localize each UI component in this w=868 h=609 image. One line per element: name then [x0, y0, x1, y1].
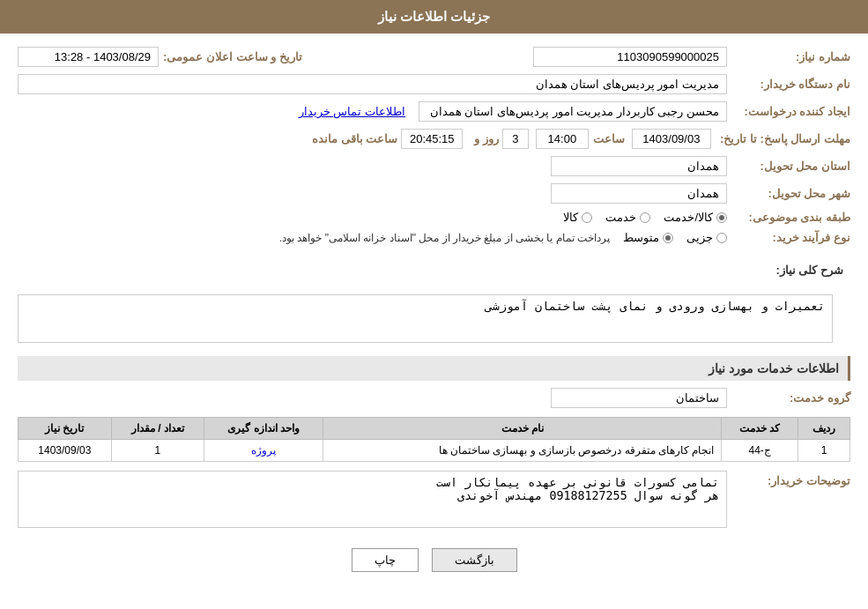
dastgah-value: مدیریت امور پردیس‌های استان همدان: [18, 74, 727, 94]
radio-kala-khadamat-label: کالا/خدمت: [664, 211, 713, 224]
sharh-textarea[interactable]: [18, 294, 833, 343]
services-table: ردیف کد خدمت نام خدمت واحد اندازه گیری ت…: [18, 417, 850, 462]
row-tabaqe: طبقه بندی موضوعی: کالا/خدمت خدمت کالا: [18, 211, 850, 224]
mohlat-label: مهلت ارسال پاسخ: تا تاریخ:: [711, 132, 850, 145]
table-row: 1 ج-44 انجام کارهای متفرقه درخصوص بازساز…: [19, 440, 850, 462]
buttons-row: بازگشت چاپ: [18, 548, 850, 585]
ijad-value: محسن رجبی کاربردار مدیریت امور پردیس‌های…: [419, 101, 727, 122]
shomara-label: شماره نیاز:: [727, 50, 850, 63]
shahr-label: شهر محل تحویل:: [727, 187, 850, 200]
row-sharh: شرح کلی نیاز:: [18, 251, 850, 287]
services-section-title: اطلاعات خدمات مورد نیاز: [18, 356, 850, 381]
row-tozihat: توضیحات خریدار:: [18, 471, 850, 531]
rooz-label: روز و: [474, 132, 499, 145]
tabaqe-label: طبقه بندی موضوعی:: [727, 211, 850, 224]
radio-kala: کالا: [563, 211, 592, 224]
radio-khadamat-label: خدمت: [605, 211, 636, 224]
radio-kala-khadamat-circle: [716, 212, 727, 223]
sharh-label: شرح کلی نیاز:: [768, 260, 850, 280]
page-header: جزئیات اطلاعات نیاز: [0, 0, 868, 33]
row-goroh: گروه خدمت: ساختمان: [18, 388, 850, 408]
mohlat-rooz: 3: [502, 129, 529, 149]
radio-khadamat: خدمت: [605, 211, 650, 224]
ostan-label: استان محل تحویل:: [727, 160, 850, 173]
main-content: شماره نیاز: 1103090599000025 تاریخ و ساع…: [0, 33, 868, 598]
row-ijad: ایجاد کننده درخواست: محسن رجبی کاربردار …: [18, 101, 850, 122]
shomara-value: 1103090599000025: [533, 47, 727, 67]
tozihat-textarea[interactable]: [18, 471, 727, 528]
col-date: تاریخ نیاز: [19, 418, 112, 440]
radio-kala-circle: [582, 212, 592, 223]
cell-count: 1: [111, 440, 204, 462]
mohlat-saat: 14:00: [536, 129, 589, 149]
row-dastgah: نام دستگاه خریدار: مدیریت امور پردیس‌های…: [18, 74, 850, 94]
cell-unit: پروژه: [204, 440, 323, 462]
noekharid-label: نوع فرآیند خرید:: [727, 231, 850, 244]
row-shahr: شهر محل تحویل: همدان: [18, 183, 850, 204]
col-radif: ردیف: [798, 418, 850, 440]
col-code: کد خدمت: [722, 418, 798, 440]
tabaqe-radio-group: کالا/خدمت خدمت کالا: [563, 211, 727, 224]
shahr-value: همدان: [551, 183, 727, 204]
radio-motavaset-label: متوسط: [623, 231, 659, 244]
col-count: تعداد / مقدار: [111, 418, 204, 440]
table-header-row: ردیف کد خدمت نام خدمت واحد اندازه گیری ت…: [19, 418, 850, 440]
radio-motavaset: متوسط: [623, 231, 673, 244]
cell-radif: 1: [798, 440, 850, 462]
radio-kala-label: کالا: [563, 211, 578, 224]
mohlat-date: 1403/09/03: [632, 129, 711, 149]
tozihat-label: توضیحات خریدار:: [727, 471, 850, 487]
noekharid-note: پرداخت تمام یا بخشی از مبلغ خریدار از مح…: [279, 232, 610, 244]
radio-khadamat-circle: [640, 212, 650, 223]
cell-date: 1403/09/03: [19, 440, 112, 462]
col-name: نام خدمت: [323, 418, 722, 440]
radio-jozvi-label: جزیی: [686, 231, 713, 244]
row-noekharid: نوع فرآیند خرید: جزیی متوسط پرداخت تمام …: [18, 231, 850, 244]
print-button[interactable]: چاپ: [352, 548, 419, 572]
tarikhElan-label: تاریخ و ساعت اعلان عمومی:: [163, 50, 302, 63]
back-button[interactable]: بازگشت: [432, 548, 517, 572]
sharh-container: document.addEventListener('DOMContentLoa…: [18, 294, 850, 345]
tarikhElan-value: 1403/08/29 - 13:28: [18, 47, 159, 67]
goroh-value: ساختمان: [551, 388, 727, 408]
radio-kala-khadamat: کالا/خدمت: [664, 211, 727, 224]
services-table-section: ردیف کد خدمت نام خدمت واحد اندازه گیری ت…: [18, 417, 850, 462]
radio-jozvi: جزیی: [686, 231, 727, 244]
page-title: جزئیات اطلاعات نیاز: [378, 9, 490, 24]
row-shomara: شماره نیاز: 1103090599000025 تاریخ و ساع…: [18, 47, 850, 67]
col-unit: واحد اندازه گیری: [204, 418, 323, 440]
cell-code: ج-44: [722, 440, 798, 462]
dastgah-label: نام دستگاه خریدار:: [727, 78, 850, 91]
noekharid-radio-group: جزیی متوسط پرداخت تمام یا بخشی از مبلغ خ…: [279, 231, 727, 244]
contact-link[interactable]: اطلاعات تماس خریدار: [299, 105, 405, 118]
row-mohlat: مهلت ارسال پاسخ: تا تاریخ: 1403/09/03 سا…: [18, 129, 850, 149]
cell-name: انجام کارهای متفرقه درخصوص بازسازی و بهس…: [323, 440, 722, 462]
radio-jozvi-circle: [716, 233, 727, 243]
radio-motavaset-circle: [663, 233, 673, 243]
baqi-label: ساعت باقی مانده: [312, 132, 397, 145]
ostan-value: همدان: [551, 156, 727, 176]
ijad-label: ایجاد کننده درخواست:: [727, 105, 850, 118]
row-ostan: استان محل تحویل: همدان: [18, 156, 850, 176]
saat-label: ساعت: [593, 132, 625, 145]
mohlat-baqi: 20:45:15: [401, 129, 463, 149]
tozihat-container: [18, 471, 727, 531]
goroh-label: گروه خدمت:: [727, 391, 850, 405]
page-container: جزئیات اطلاعات نیاز شماره نیاز: 11030905…: [0, 0, 868, 609]
